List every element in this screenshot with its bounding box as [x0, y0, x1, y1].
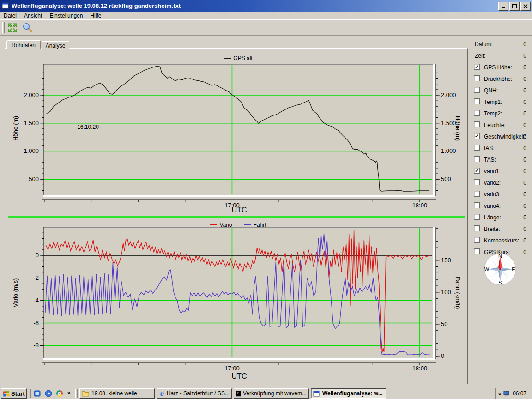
checkbox[interactable]	[474, 248, 480, 254]
field-label: QNH:	[484, 87, 498, 94]
quicklaunch-player-button[interactable]	[43, 389, 54, 398]
quicklaunch-browser-button[interactable]	[54, 389, 65, 398]
checkbox[interactable]	[474, 237, 480, 243]
task-button-browser[interactable]: e Harz - Salzdethfurt / SS...	[157, 388, 232, 399]
field-row: ✓Geschwindigkeit:0	[470, 131, 529, 143]
menu-item-hilfe[interactable]: Hilfe	[86, 12, 105, 19]
checkbox[interactable]	[474, 110, 480, 116]
field-label: Temp2:	[484, 110, 502, 117]
field-row: Datum:0	[470, 39, 529, 50]
checkbox[interactable]	[474, 179, 480, 185]
fahrt-legend-dash	[244, 224, 251, 225]
menu-item-datei[interactable]: Datei	[0, 12, 20, 19]
data-fields-panel: Datum:0Zeit:0✓GPS Höhe:0Druckhöhe:0QNH:0…	[470, 39, 529, 258]
y-axis-tick-label: -8	[33, 342, 39, 349]
vario-legend-dash	[210, 224, 217, 225]
minimize-button[interactable]	[498, 2, 508, 11]
titlebar[interactable]: Wellenfluganalyse: welle 19.08.12 rückfl…	[0, 0, 532, 12]
field-row: TAS:0	[470, 154, 529, 166]
task-button-wellenfluganalyse[interactable]: Wellenfluganalyse: w...	[311, 388, 386, 399]
tab-analyse[interactable]: Analyse	[42, 41, 69, 49]
y-axis-tick-label: 150	[441, 257, 451, 264]
field-label: Temp1:	[484, 99, 502, 105]
app-icon	[34, 390, 41, 397]
checkbox[interactable]	[474, 191, 480, 197]
checkbox[interactable]: ✓	[474, 168, 480, 174]
menu-item-ansicht[interactable]: Ansicht	[20, 12, 46, 19]
x-axis-tick-label: 17:00	[224, 365, 240, 372]
field-label: Druckhöhe:	[484, 76, 512, 82]
checkbox[interactable]	[474, 225, 480, 231]
checkbox[interactable]	[474, 87, 480, 93]
altitude-chart[interactable]: 2.0001.5001.0005002.0001.5001.00050017:0…	[5, 49, 468, 219]
field-label: vario1:	[484, 168, 501, 175]
vario-ylabel-left: Vario (m/s)	[12, 278, 19, 308]
field-row: Feuchte:0	[470, 120, 529, 131]
checkbox[interactable]	[474, 98, 480, 104]
checkbox[interactable]	[474, 75, 480, 81]
field-label: Breite:	[484, 226, 500, 232]
field-value: 0	[523, 76, 526, 82]
y-axis-tick-label: 100	[441, 289, 451, 296]
tab-rohdaten[interactable]: Rohdaten	[6, 40, 41, 49]
altitude-xlabel: UTC	[232, 206, 247, 214]
task-button-folder[interactable]: 19.08. kleine welle	[79, 388, 155, 399]
field-label: Geschwindigkeit:	[484, 133, 526, 140]
taskbar-grip[interactable]	[29, 389, 31, 398]
task-label: 19.08. kleine welle	[91, 390, 137, 397]
fit-view-button[interactable]	[6, 21, 18, 34]
field-row: vario4:0	[470, 200, 529, 212]
vario-speed-chart[interactable]: 0-2-4-6-815010050017:0018:00	[5, 220, 468, 385]
field-row: vario2:0	[470, 177, 529, 189]
menu-item-einstellungen[interactable]: Einstellungen	[46, 12, 86, 19]
taskbar-grip-2[interactable]	[75, 389, 78, 398]
x-axis-tick-label: 18:00	[412, 365, 428, 372]
field-value: 0	[523, 133, 526, 140]
quicklaunch-app-button[interactable]	[32, 389, 42, 398]
checkbox[interactable]	[474, 202, 480, 208]
checkbox[interactable]	[474, 156, 480, 162]
compass-w-label: W	[484, 266, 490, 272]
y-axis-tick-label: 2.000	[441, 91, 456, 98]
tab-rohdaten-label: Rohdaten	[12, 42, 36, 48]
checkbox[interactable]: ✓	[474, 64, 480, 70]
zoom-button[interactable]	[21, 21, 34, 34]
field-row: Länge:0	[470, 212, 529, 224]
field-value: 0	[523, 53, 526, 59]
field-label: Länge:	[484, 214, 501, 221]
field-row: Temp1:0	[470, 97, 529, 108]
checkbox[interactable]	[474, 145, 480, 151]
window-title: Wellenfluganalyse: welle 19.08.12 rückfl…	[12, 2, 181, 9]
y-axis-tick-label: -6	[33, 320, 39, 326]
compass: N E S W	[483, 252, 517, 286]
field-value: 0	[523, 214, 526, 221]
field-row: ✓vario1:0	[470, 166, 529, 177]
toolbar-grip[interactable]	[2, 22, 5, 33]
start-button[interactable]: Start	[1, 388, 27, 399]
task-button-cmd[interactable]: C:\ Verknüpfung mit wavem...	[234, 388, 309, 399]
chart-separator	[8, 216, 465, 218]
field-row: QNH:0	[470, 85, 529, 97]
maximize-button[interactable]	[509, 2, 520, 11]
windows-logo-icon	[3, 390, 10, 397]
field-row: ✓GPS Höhe:0	[470, 62, 529, 73]
checkbox[interactable]	[474, 121, 480, 127]
field-label: vario4:	[484, 203, 501, 209]
field-label: vario2:	[484, 180, 501, 186]
tray-network-icon[interactable]	[503, 391, 510, 397]
field-row: Breite:0	[470, 224, 529, 235]
tray-chevron[interactable]: «	[498, 391, 501, 396]
field-row: IAS:0	[470, 143, 529, 154]
task-label: Wellenfluganalyse: w...	[322, 390, 383, 397]
checkbox[interactable]: ✓	[474, 133, 480, 139]
field-label: Feuchte:	[484, 122, 506, 128]
field-value: 0	[523, 64, 526, 71]
y-axis-tick-label: 500	[441, 175, 451, 182]
checkbox[interactable]	[474, 214, 480, 220]
quicklaunch-overflow-chevron[interactable]: »	[67, 390, 71, 396]
svg-text:C:\: C:\	[237, 392, 241, 395]
close-button[interactable]	[520, 2, 531, 11]
altitude-chart-legend: GPS alt	[44, 55, 432, 61]
compass-s-label: S	[498, 280, 502, 285]
fahrt-legend-label: Fahrt	[254, 222, 266, 228]
